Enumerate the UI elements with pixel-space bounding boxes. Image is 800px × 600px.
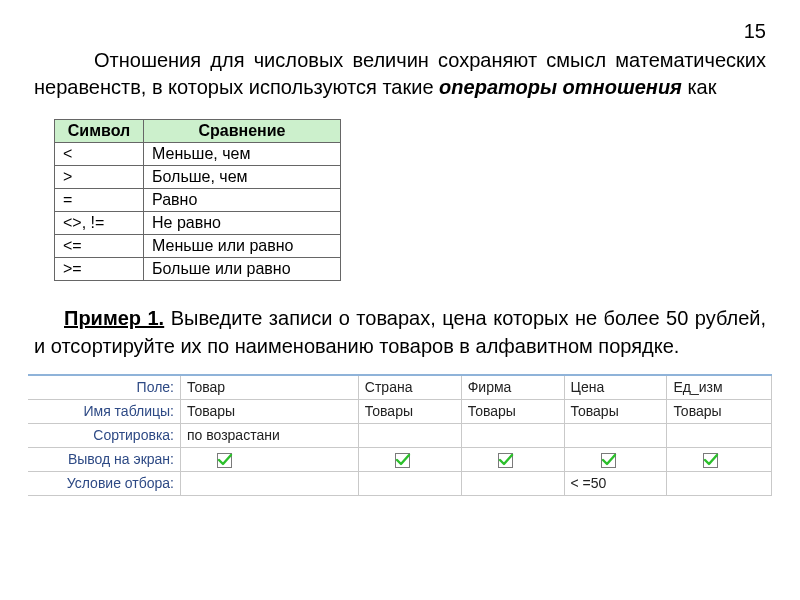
cell-symbol: <= <box>55 235 144 258</box>
checkbox-checked-icon[interactable] <box>217 453 232 468</box>
example-paragraph: Пример 1. Выведите записи о товарах, цен… <box>34 305 766 359</box>
table-cell[interactable]: Товары <box>461 399 564 423</box>
criteria-cell[interactable] <box>667 471 772 495</box>
intro-paragraph: Отношения для числовых величин сохраняют… <box>34 47 766 101</box>
intro-em: операторы отношения <box>439 76 682 98</box>
intro-text-2: как <box>682 76 717 98</box>
row-table: Имя таблицы: Товары Товары Товары Товары… <box>28 399 772 423</box>
cell-symbol: >= <box>55 258 144 281</box>
criteria-cell[interactable] <box>461 471 564 495</box>
table-header-row: Символ Сравнение <box>55 120 341 143</box>
table-cell[interactable]: Товары <box>564 399 667 423</box>
operators-table: Символ Сравнение <Меньше, чем >Больше, ч… <box>54 119 341 281</box>
table-cell[interactable]: Товары <box>358 399 461 423</box>
criteria-cell[interactable] <box>358 471 461 495</box>
sort-cell[interactable] <box>358 423 461 447</box>
label-field: Поле: <box>28 376 181 400</box>
table-cell[interactable]: Товары <box>181 399 359 423</box>
label-show: Вывод на экран: <box>28 447 181 471</box>
field-cell[interactable]: Цена <box>564 376 667 400</box>
row-criteria: Условие отбора: < =50 <box>28 471 772 495</box>
cell-comparison: Равно <box>144 189 341 212</box>
cell-symbol: = <box>55 189 144 212</box>
field-cell[interactable]: Ед_изм <box>667 376 772 400</box>
sort-cell[interactable] <box>461 423 564 447</box>
checkbox-checked-icon[interactable] <box>703 453 718 468</box>
show-cell[interactable] <box>461 447 564 471</box>
cell-symbol: > <box>55 166 144 189</box>
table-cell[interactable]: Товары <box>667 399 772 423</box>
table-row: <Меньше, чем <box>55 143 341 166</box>
table-row: <=Меньше или равно <box>55 235 341 258</box>
table-row: <>, !=Не равно <box>55 212 341 235</box>
sort-cell[interactable]: по возрастани <box>181 423 359 447</box>
cell-comparison: Не равно <box>144 212 341 235</box>
field-cell[interactable]: Фирма <box>461 376 564 400</box>
table-row: =Равно <box>55 189 341 212</box>
label-sort: Сортировка: <box>28 423 181 447</box>
show-cell[interactable] <box>564 447 667 471</box>
cell-symbol: < <box>55 143 144 166</box>
field-cell[interactable]: Товар <box>181 376 359 400</box>
criteria-cell[interactable]: < =50 <box>564 471 667 495</box>
cell-comparison: Больше, чем <box>144 166 341 189</box>
header-symbol: Символ <box>55 120 144 143</box>
cell-comparison: Меньше или равно <box>144 235 341 258</box>
page-number: 15 <box>28 20 772 43</box>
cell-comparison: Меньше, чем <box>144 143 341 166</box>
row-show: Вывод на экран: <box>28 447 772 471</box>
table-row: >=Больше или равно <box>55 258 341 281</box>
checkbox-checked-icon[interactable] <box>498 453 513 468</box>
table-row: >Больше, чем <box>55 166 341 189</box>
cell-comparison: Больше или равно <box>144 258 341 281</box>
checkbox-checked-icon[interactable] <box>395 453 410 468</box>
cell-symbol: <>, != <box>55 212 144 235</box>
example-label: Пример 1. <box>64 307 164 329</box>
sort-cell[interactable] <box>667 423 772 447</box>
show-cell[interactable] <box>667 447 772 471</box>
checkbox-checked-icon[interactable] <box>601 453 616 468</box>
criteria-cell[interactable] <box>181 471 359 495</box>
header-comparison: Сравнение <box>144 120 341 143</box>
show-cell[interactable] <box>358 447 461 471</box>
sort-cell[interactable] <box>564 423 667 447</box>
label-table: Имя таблицы: <box>28 399 181 423</box>
query-design-grid: Поле: Товар Страна Фирма Цена Ед_изм Имя… <box>28 374 772 496</box>
row-sort: Сортировка: по возрастани <box>28 423 772 447</box>
row-field: Поле: Товар Страна Фирма Цена Ед_изм <box>28 376 772 400</box>
field-cell[interactable]: Страна <box>358 376 461 400</box>
show-cell[interactable] <box>181 447 359 471</box>
label-criteria: Условие отбора: <box>28 471 181 495</box>
